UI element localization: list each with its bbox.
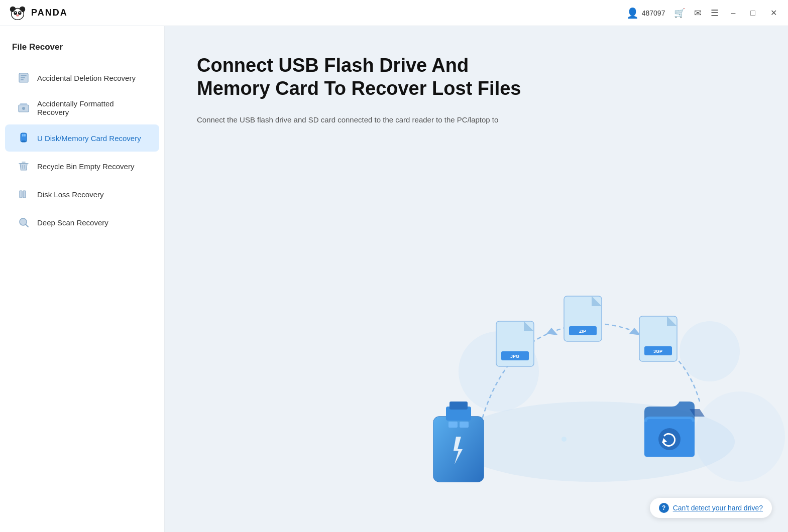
- accidentally-formatted-icon: [17, 101, 30, 114]
- svg-rect-23: [23, 191, 26, 198]
- user-avatar-icon: 👤: [626, 7, 639, 19]
- svg-point-8: [19, 12, 20, 13]
- svg-text:JPG: JPG: [510, 354, 519, 359]
- accidental-deletion-icon: [17, 71, 30, 84]
- svg-point-7: [15, 12, 16, 13]
- sidebar-item-accidental-deletion[interactable]: Accidental Deletion Recovery: [5, 64, 159, 91]
- help-link[interactable]: ? Can't detect your hard drive?: [650, 498, 772, 518]
- titlebar-right: 👤 487097 🛒 ✉ ☰ – □ ✕: [626, 7, 780, 19]
- app-logo-text: PANDA: [31, 8, 68, 18]
- svg-line-25: [26, 225, 29, 227]
- svg-rect-10: [21, 75, 27, 76]
- mail-icon[interactable]: ✉: [694, 8, 702, 19]
- svg-rect-36: [448, 422, 458, 428]
- content-area: Connect USB Flash Drive And Memory Card …: [165, 26, 788, 532]
- svg-rect-11: [21, 77, 25, 78]
- cart-icon[interactable]: 🛒: [674, 8, 685, 19]
- sidebar-title: File Recover: [0, 42, 164, 52]
- sidebar-item-accidentally-formatted[interactable]: Accidentally Formatted Recovery: [5, 92, 159, 123]
- titlebar: PANDA 👤 487097 🛒 ✉ ☰ – □ ✕: [0, 0, 788, 26]
- svg-point-6: [16, 14, 19, 16]
- sidebar-item-recycle-bin[interactable]: Recycle Bin Empty Recovery: [5, 153, 159, 180]
- close-button[interactable]: ✕: [767, 7, 780, 19]
- sidebar-item-label-u-disk-memory: U Disk/Memory Card Recovery: [37, 134, 141, 143]
- svg-rect-35: [449, 402, 468, 410]
- help-link-label[interactable]: Can't detect your hard drive?: [673, 504, 763, 512]
- user-id: 487097: [642, 9, 665, 17]
- sidebar-item-disk-loss[interactable]: Disk Loss Recovery: [5, 181, 159, 208]
- main-layout: File Recover Accidental Deletion Recover…: [0, 26, 788, 532]
- svg-point-40: [561, 437, 567, 442]
- u-disk-icon: [17, 131, 30, 145]
- svg-rect-19: [22, 141, 26, 142]
- svg-point-15: [22, 107, 25, 110]
- titlebar-left: PANDA: [8, 4, 68, 23]
- help-icon: ?: [659, 503, 669, 513]
- sidebar-item-u-disk-memory[interactable]: U Disk/Memory Card Recovery: [5, 124, 159, 152]
- svg-rect-22: [20, 191, 22, 198]
- svg-rect-37: [460, 422, 469, 428]
- svg-rect-17: [22, 134, 24, 137]
- svg-text:ZIP: ZIP: [579, 329, 586, 334]
- disk-loss-icon: [17, 188, 30, 201]
- sidebar-item-deep-scan[interactable]: Deep Scan Recovery: [5, 209, 159, 236]
- recycle-bin-icon: [17, 160, 30, 173]
- maximize-button[interactable]: □: [747, 8, 758, 19]
- sidebar-item-label-deep-scan: Deep Scan Recovery: [37, 218, 108, 227]
- menu-icon[interactable]: ☰: [711, 8, 719, 19]
- sidebar: File Recover Accidental Deletion Recover…: [0, 26, 165, 532]
- content-title: Connect USB Flash Drive And Memory Card …: [197, 54, 538, 100]
- deep-scan-icon: [17, 216, 30, 229]
- user-info: 👤 487097: [626, 7, 665, 19]
- minimize-button[interactable]: –: [728, 8, 738, 19]
- sidebar-item-label-disk-loss: Disk Loss Recovery: [37, 190, 104, 199]
- svg-marker-30: [546, 328, 558, 335]
- svg-point-28: [680, 321, 740, 381]
- sidebar-item-label-recycle-bin: Recycle Bin Empty Recovery: [37, 162, 134, 171]
- sidebar-item-label-accidentally-formatted: Accidentally Formatted Recovery: [37, 99, 147, 116]
- svg-text:3GP: 3GP: [653, 349, 662, 354]
- panda-logo: [8, 4, 27, 23]
- svg-point-54: [658, 428, 681, 450]
- content-description: Connect the USB flash drive and SD card …: [197, 114, 548, 126]
- illustration: JPG ZIP 3GP: [398, 261, 789, 502]
- svg-rect-18: [24, 134, 26, 137]
- svg-point-29: [695, 391, 785, 482]
- svg-rect-14: [20, 103, 27, 105]
- sidebar-item-label-accidental-deletion: Accidental Deletion Recovery: [37, 74, 136, 82]
- svg-rect-12: [21, 79, 24, 80]
